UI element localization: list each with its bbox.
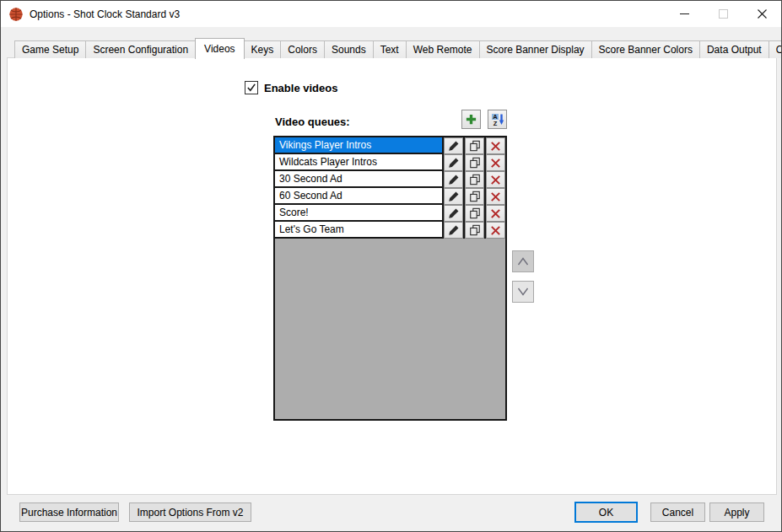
- pencil-icon: [448, 191, 460, 202]
- maximize-icon: [719, 9, 728, 19]
- duplicate-queue-button[interactable]: [465, 137, 484, 154]
- edit-queue-button[interactable]: [444, 137, 463, 154]
- tab-bar: Game SetupScreen ConfigurationVideosKeys…: [14, 38, 782, 58]
- basketball-icon: [8, 7, 24, 22]
- sort-queues-button[interactable]: A Z: [488, 110, 507, 129]
- edit-queue-button[interactable]: [444, 154, 463, 171]
- duplicate-queue-button[interactable]: [465, 154, 484, 171]
- queue-row: Wildcats Player Intros: [275, 154, 505, 171]
- edit-queue-button[interactable]: [444, 205, 463, 222]
- delete-x-icon: [490, 191, 501, 202]
- pencil-icon: [448, 174, 460, 185]
- enable-videos-label: Enable videos: [264, 82, 337, 94]
- pencil-icon: [448, 157, 460, 169]
- duplicate-queue-button[interactable]: [465, 188, 484, 205]
- title-bar: Options - Shot Clock Standard v3: [1, 1, 781, 27]
- window-controls: [665, 1, 781, 27]
- queue-row: 30 Second Ad: [275, 171, 505, 188]
- copy-icon: [469, 224, 481, 236]
- delete-queue-button[interactable]: [486, 205, 505, 222]
- checkmark-icon: [246, 83, 256, 93]
- minimize-icon: [680, 9, 689, 19]
- minimize-button[interactable]: [665, 1, 704, 27]
- tab-other[interactable]: Other: [769, 40, 782, 58]
- tab-score-banner-colors[interactable]: Score Banner Colors: [591, 40, 700, 58]
- tab-game-setup[interactable]: Game Setup: [14, 40, 86, 58]
- delete-queue-button[interactable]: [486, 137, 505, 154]
- cancel-button[interactable]: Cancel: [650, 502, 705, 522]
- apply-button[interactable]: Apply: [709, 502, 764, 522]
- delete-x-icon: [490, 141, 501, 152]
- move-up-button[interactable]: [512, 250, 534, 272]
- delete-x-icon: [490, 175, 501, 185]
- delete-x-icon: [490, 158, 501, 169]
- chevron-down-icon: [516, 287, 530, 297]
- copy-icon: [469, 157, 481, 169]
- queue-name-cell[interactable]: Vikings Player Intros: [275, 137, 442, 153]
- enable-videos-checkbox[interactable]: [245, 81, 258, 94]
- purchase-information-button[interactable]: Purchase Information: [19, 502, 119, 522]
- queue-name-cell[interactable]: Wildcats Player Intros: [275, 154, 442, 169]
- tab-web-remote[interactable]: Web Remote: [406, 40, 480, 58]
- delete-queue-button[interactable]: [486, 154, 505, 171]
- duplicate-queue-button[interactable]: [465, 171, 484, 188]
- delete-x-icon: [490, 225, 501, 236]
- options-dialog: Options - Shot Clock Standard v3 Game Se…: [0, 0, 782, 532]
- tab-text[interactable]: Text: [373, 40, 407, 58]
- edit-queue-button[interactable]: [444, 188, 463, 205]
- video-queues-label: Video queues:: [275, 116, 350, 128]
- tab-keys[interactable]: Keys: [244, 40, 282, 58]
- duplicate-queue-button[interactable]: [465, 222, 484, 239]
- copy-icon: [469, 191, 481, 202]
- plus-icon: [465, 113, 477, 126]
- add-queue-button[interactable]: [461, 110, 481, 129]
- move-down-button[interactable]: [512, 281, 534, 303]
- edit-queue-button[interactable]: [444, 171, 463, 188]
- copy-icon: [469, 207, 481, 219]
- copy-icon: [469, 174, 481, 185]
- sort-az-icon: A Z: [491, 113, 504, 126]
- queue-name-cell[interactable]: 60 Second Ad: [275, 188, 442, 203]
- tab-videos[interactable]: Videos: [195, 38, 244, 59]
- close-button[interactable]: [742, 1, 781, 27]
- tab-score-banner-display[interactable]: Score Banner Display: [479, 40, 592, 58]
- maximize-button: [704, 1, 742, 27]
- video-queue-list: Vikings Player Intros Wildcats Player In…: [273, 136, 507, 421]
- window-title: Options - Shot Clock Standard v3: [30, 8, 180, 20]
- tab-colors[interactable]: Colors: [280, 40, 325, 58]
- pencil-icon: [448, 224, 460, 236]
- pencil-icon: [448, 140, 460, 152]
- delete-queue-button[interactable]: [486, 222, 505, 239]
- import-options-button[interactable]: Import Options From v2: [129, 502, 251, 522]
- tab-data-output[interactable]: Data Output: [699, 40, 769, 58]
- enable-videos-row: Enable videos: [245, 81, 337, 94]
- ok-button[interactable]: OK: [574, 502, 638, 523]
- delete-x-icon: [490, 208, 501, 219]
- queue-name-cell[interactable]: Score!: [275, 205, 442, 220]
- chevron-up-icon: [516, 256, 530, 266]
- queue-name-cell[interactable]: Let's Go Team: [275, 222, 442, 237]
- copy-icon: [469, 140, 481, 152]
- close-icon: [758, 9, 767, 19]
- duplicate-queue-button[interactable]: [465, 205, 484, 222]
- delete-queue-button[interactable]: [486, 171, 505, 188]
- queue-row: Vikings Player Intros: [275, 137, 505, 154]
- pencil-icon: [448, 207, 460, 219]
- queue-row: 60 Second Ad: [275, 188, 505, 205]
- queue-name-cell[interactable]: 30 Second Ad: [275, 171, 442, 186]
- tab-sounds[interactable]: Sounds: [324, 40, 374, 58]
- tab-screen-configuration[interactable]: Screen Configuration: [85, 40, 196, 58]
- delete-queue-button[interactable]: [486, 188, 505, 205]
- svg-text:Z: Z: [493, 120, 497, 126]
- queue-row: Score!: [275, 205, 505, 222]
- queue-row: Let's Go Team: [275, 222, 505, 239]
- edit-queue-button[interactable]: [444, 222, 463, 239]
